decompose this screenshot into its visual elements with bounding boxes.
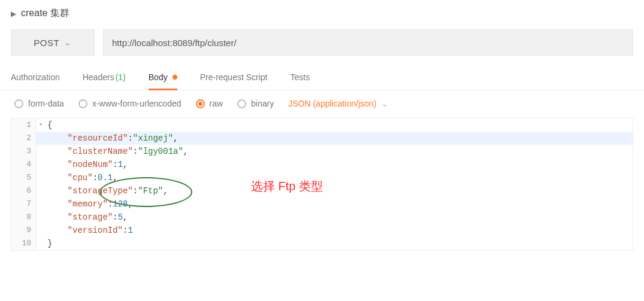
editor-line[interactable]: 2 "resourceId":"xingej", bbox=[11, 132, 633, 145]
collapse-caret-icon[interactable]: ▶ bbox=[11, 10, 16, 18]
url-input[interactable]: http://localhost:8089/ftp/cluster/ bbox=[103, 29, 633, 56]
body-type-options: form-datax-www-form-urlencodedrawbinaryJ… bbox=[0, 90, 644, 113]
request-header[interactable]: ▶ create 集群 bbox=[0, 0, 644, 29]
request-title: create 集群 bbox=[21, 7, 69, 20]
code-content[interactable]: "storageType":"Ftp", bbox=[45, 184, 633, 197]
line-number: 5 bbox=[11, 171, 37, 184]
body-editor[interactable]: 1▾{2 "resourceId":"xingej",3 "clusterNam… bbox=[11, 118, 633, 251]
code-content[interactable]: "nodeNum":1, bbox=[45, 158, 633, 171]
content-type-label: JSON (application/json) bbox=[288, 99, 376, 108]
url-text: http://localhost:8089/ftp/cluster/ bbox=[112, 38, 237, 48]
content-type-selector[interactable]: JSON (application/json)⌄ bbox=[288, 99, 388, 108]
tab-body[interactable]: Body bbox=[149, 64, 177, 90]
line-number: 9 bbox=[11, 224, 37, 237]
tab-label: Headers bbox=[83, 72, 114, 82]
body-type-x-www-form-urlencoded[interactable]: x-www-form-urlencoded bbox=[78, 99, 182, 108]
radio-icon bbox=[14, 99, 23, 108]
http-method-selector[interactable]: POST ⌄ bbox=[11, 29, 95, 56]
line-number: 4 bbox=[11, 158, 37, 171]
body-type-label: binary bbox=[251, 99, 274, 108]
editor-line[interactable]: 5 "cpu":0.1, bbox=[11, 171, 633, 184]
editor-line[interactable]: 3 "clusterName":"lgy001a", bbox=[11, 145, 633, 158]
chevron-down-icon: ⌄ bbox=[64, 38, 72, 47]
line-number: 2 bbox=[11, 132, 37, 145]
request-tabs: AuthorizationHeaders (1)BodyPre-request … bbox=[0, 64, 644, 90]
body-type-label: x-www-form-urlencoded bbox=[92, 99, 182, 108]
code-content[interactable]: "cpu":0.1, bbox=[45, 171, 633, 184]
editor-line[interactable]: 9 "versionId":1 bbox=[11, 224, 633, 237]
tab-count: (1) bbox=[116, 72, 126, 82]
radio-icon bbox=[78, 99, 87, 108]
line-number: 1 bbox=[11, 118, 37, 132]
tab-tests[interactable]: Tests bbox=[291, 64, 310, 90]
request-line: POST ⌄ http://localhost:8089/ftp/cluster… bbox=[0, 29, 644, 64]
line-number: 10 bbox=[11, 237, 37, 250]
body-type-raw[interactable]: raw bbox=[196, 99, 223, 108]
code-content[interactable]: { bbox=[45, 118, 633, 132]
editor-line[interactable]: 6 "storageType":"Ftp", bbox=[11, 184, 633, 197]
editor-line[interactable]: 7 "memory":128, bbox=[11, 197, 633, 211]
body-type-label: form-data bbox=[28, 99, 64, 108]
line-number: 3 bbox=[11, 145, 37, 158]
body-type-binary[interactable]: binary bbox=[237, 99, 274, 108]
editor-line[interactable]: 8 "storage":5, bbox=[11, 211, 633, 224]
tab-label: Body bbox=[149, 72, 168, 82]
line-number: 7 bbox=[11, 197, 37, 211]
tab-authorization[interactable]: Authorization bbox=[11, 64, 60, 90]
line-number: 6 bbox=[11, 184, 37, 197]
http-method-label: POST bbox=[34, 38, 59, 48]
body-type-label: raw bbox=[210, 99, 223, 108]
code-content[interactable]: "resourceId":"xingej", bbox=[45, 132, 633, 145]
editor-line[interactable]: 1▾{ bbox=[11, 118, 633, 132]
code-content[interactable]: "memory":128, bbox=[45, 197, 633, 211]
tab-headers[interactable]: Headers (1) bbox=[83, 64, 126, 90]
editor-line[interactable]: 4 "nodeNum":1, bbox=[11, 158, 633, 171]
tab-label: Authorization bbox=[11, 72, 60, 82]
tab-pre-request-script[interactable]: Pre-request Script bbox=[200, 64, 268, 90]
code-content[interactable]: } bbox=[45, 237, 633, 250]
dirty-dot-icon bbox=[173, 75, 177, 80]
body-type-form-data[interactable]: form-data bbox=[14, 99, 64, 108]
line-number: 8 bbox=[11, 211, 37, 224]
code-content[interactable]: "clusterName":"lgy001a", bbox=[45, 145, 633, 158]
editor-line[interactable]: 10} bbox=[11, 237, 633, 250]
fold-icon[interactable]: ▾ bbox=[37, 118, 45, 132]
code-content[interactable]: "storage":5, bbox=[45, 211, 633, 224]
tab-label: Tests bbox=[291, 72, 310, 82]
chevron-down-icon: ⌄ bbox=[381, 99, 388, 108]
radio-icon bbox=[196, 99, 205, 108]
code-content[interactable]: "versionId":1 bbox=[45, 224, 633, 237]
tab-label: Pre-request Script bbox=[200, 72, 268, 82]
radio-icon bbox=[237, 99, 246, 108]
